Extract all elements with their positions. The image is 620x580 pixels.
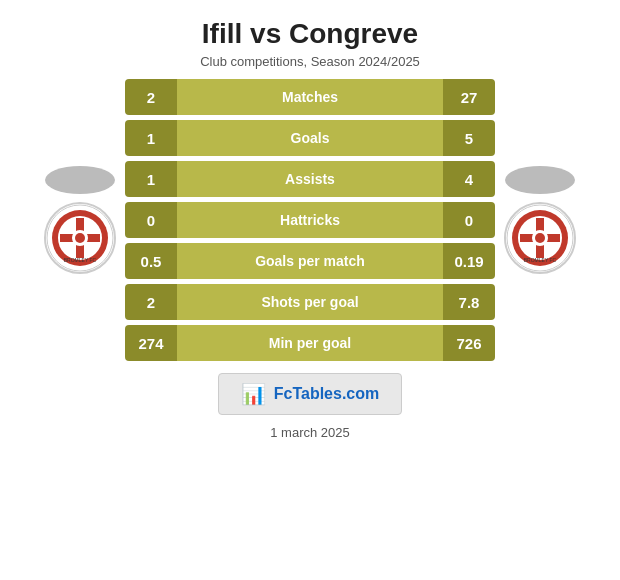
stat-left-value: 2: [125, 79, 177, 115]
stat-row: 0Hattricks0: [125, 202, 495, 238]
stat-row: 2Matches27: [125, 79, 495, 115]
stat-label: Assists: [177, 161, 443, 197]
stat-right-value: 7.8: [443, 284, 495, 320]
stat-label: Goals per match: [177, 243, 443, 279]
stat-left-value: 274: [125, 325, 177, 361]
stat-row: 0.5Goals per match0.19: [125, 243, 495, 279]
stat-row: 1Assists4: [125, 161, 495, 197]
stat-left-value: 1: [125, 120, 177, 156]
stat-right-value: 0.19: [443, 243, 495, 279]
stat-left-value: 0.5: [125, 243, 177, 279]
page-subtitle: Club competitions, Season 2024/2025: [200, 54, 420, 69]
stat-label: Matches: [177, 79, 443, 115]
stat-label: Min per goal: [177, 325, 443, 361]
stat-row: 2Shots per goal7.8: [125, 284, 495, 320]
right-ellipse: [505, 166, 575, 194]
svg-point-6: [75, 233, 85, 243]
svg-text:BROMLEY FC: BROMLEY FC: [524, 257, 557, 263]
logo-right: BROMLEY FC: [495, 166, 585, 274]
stat-right-value: 0: [443, 202, 495, 238]
stat-row: 274Min per goal726: [125, 325, 495, 361]
main-content: BROMLEY FC 2Matches271Goals51Assists40Ha…: [0, 79, 620, 361]
left-ellipse: [45, 166, 115, 194]
stats-table: 2Matches271Goals51Assists40Hattricks00.5…: [125, 79, 495, 361]
svg-point-14: [535, 233, 545, 243]
stat-right-value: 4: [443, 161, 495, 197]
left-badge: BROMLEY FC: [44, 202, 116, 274]
stat-label: Shots per goal: [177, 284, 443, 320]
svg-text:BROMLEY FC: BROMLEY FC: [64, 257, 97, 263]
stat-row: 1Goals5: [125, 120, 495, 156]
stat-left-value: 0: [125, 202, 177, 238]
chart-icon: 📊: [241, 382, 266, 406]
stat-right-value: 726: [443, 325, 495, 361]
watermark-box: 📊 FcTables.com: [218, 373, 403, 415]
stat-right-value: 27: [443, 79, 495, 115]
page-title: Ifill vs Congreve: [202, 18, 418, 50]
right-badge: BROMLEY FC: [504, 202, 576, 274]
watermark-text: FcTables.com: [274, 385, 380, 403]
stat-left-value: 2: [125, 284, 177, 320]
stat-label: Goals: [177, 120, 443, 156]
stat-label: Hattricks: [177, 202, 443, 238]
stat-right-value: 5: [443, 120, 495, 156]
stat-left-value: 1: [125, 161, 177, 197]
footer-date: 1 march 2025: [270, 425, 350, 440]
logo-left: BROMLEY FC: [35, 166, 125, 274]
